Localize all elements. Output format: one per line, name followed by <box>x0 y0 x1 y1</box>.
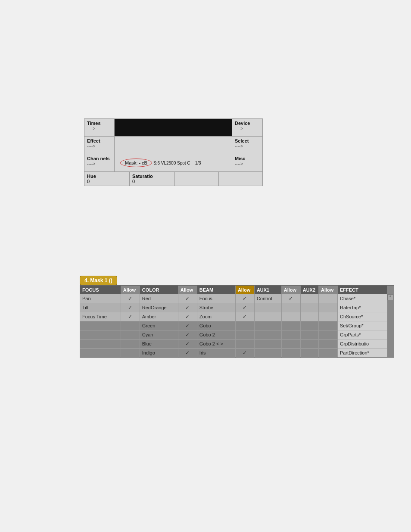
data-cell: Pan <box>80 294 121 303</box>
saturation-label: Saturatio <box>132 174 172 179</box>
data-cell: Focus Time <box>80 312 121 321</box>
data-cell <box>80 321 121 330</box>
table-row: TiltRedOrangeStrobeRate/Tap* <box>80 303 394 312</box>
saturation-cell: Saturatio 0 <box>130 172 175 186</box>
data-cell <box>254 348 281 358</box>
checkmark <box>128 314 132 319</box>
panel-row-4: Hue 0 Saturatio 0 <box>84 172 262 186</box>
data-cell: PartDirection* <box>338 348 387 358</box>
data-cell <box>300 348 318 358</box>
th-allow-4[interactable]: Allow <box>281 286 300 294</box>
empty-check-cell <box>319 303 338 312</box>
select-arrow: ----> <box>235 144 243 149</box>
page-container: Times ----> Device ----> Effect ----> Se… <box>0 0 411 532</box>
table-row: PanRedFocusControlChase* ^ <box>80 294 394 303</box>
data-cell <box>80 330 121 339</box>
check-cell <box>235 348 254 358</box>
data-cell: Iris <box>197 348 235 358</box>
checkmark <box>185 305 190 310</box>
panel-row-1: Times ----> Device ----> <box>84 119 262 137</box>
data-cell <box>254 330 281 339</box>
mask-title: 4. Mask 1 () <box>80 276 117 285</box>
data-cell: Chase* <box>338 294 387 303</box>
black-bar <box>115 119 232 136</box>
mask-table-wrapper: FOCUS Allow COLOR Allow BEAM Allow AUX1 … <box>80 285 394 358</box>
th-allow-5[interactable]: Allow <box>319 286 338 294</box>
th-aux2: AUX2 <box>300 286 318 294</box>
empty-cell-1 <box>175 172 219 186</box>
data-cell <box>254 303 281 312</box>
misc-arrow: ----> <box>235 162 243 166</box>
data-cell: Gobo 2 < > <box>197 339 235 348</box>
gap-cell <box>115 137 232 154</box>
check-cell <box>178 321 197 330</box>
empty-check-cell <box>281 330 300 339</box>
empty-check-cell <box>121 330 140 339</box>
empty-check-cell <box>319 321 338 330</box>
data-cell: Blue <box>140 339 178 348</box>
empty-cell-2 <box>219 172 262 186</box>
checkmark <box>128 305 132 310</box>
empty-check-cell <box>319 330 338 339</box>
effect-cell: Effect ----> <box>84 137 115 154</box>
table-row: CyanGobo 2GrpParts* <box>80 330 394 339</box>
check-cell <box>178 312 197 321</box>
check-cell <box>178 303 197 312</box>
checkmark <box>185 314 190 319</box>
empty-check-cell <box>235 321 254 330</box>
th-beam: BEAM <box>197 286 235 294</box>
times-label: Times <box>87 121 112 126</box>
saturation-value: 0 <box>132 179 172 184</box>
check-cell <box>178 330 197 339</box>
device-arrow: ----> <box>235 126 243 131</box>
data-cell: Focus <box>197 294 235 303</box>
empty-check-cell <box>121 348 140 358</box>
data-cell: GrpParts* <box>338 330 387 339</box>
device-cell: Device ----> <box>232 119 262 136</box>
th-focus: FOCUS <box>80 286 121 294</box>
th-scrollbar <box>387 286 394 294</box>
hue-value: 0 <box>87 179 127 184</box>
checkmark <box>185 350 190 355</box>
check-cell <box>178 339 197 348</box>
data-cell: Indigo <box>140 348 178 358</box>
scrollbar-cell: ^ <box>387 294 394 358</box>
data-cell <box>254 312 281 321</box>
misc-label: Misc <box>235 156 260 161</box>
th-aux1: AUX1 <box>254 286 281 294</box>
data-cell: Red <box>140 294 178 303</box>
mask-device-text: S:6 VL2500 Spot C <box>153 161 190 165</box>
data-cell: GrpDistributio <box>338 339 387 348</box>
scroll-up-button[interactable]: ^ <box>387 294 393 300</box>
checkmark <box>185 296 190 301</box>
channels-arrow: ----> <box>87 162 95 166</box>
data-cell: Green <box>140 321 178 330</box>
empty-check-cell <box>281 321 300 330</box>
effect-label: Effect <box>87 138 112 143</box>
check-cell <box>178 348 197 358</box>
mask-page-info: 1/3 <box>195 161 201 165</box>
times-arrow: ----> <box>87 126 95 131</box>
checkmark <box>185 332 190 337</box>
check-cell <box>121 303 140 312</box>
th-allow-2[interactable]: Allow <box>178 286 197 294</box>
data-cell <box>300 339 318 348</box>
select-cell: Select ----> <box>232 137 262 154</box>
data-cell <box>300 330 318 339</box>
checkmark <box>289 296 293 301</box>
hue-label: Hue <box>87 174 127 179</box>
device-label: Device <box>235 121 260 126</box>
data-cell: Rate/Tap* <box>338 303 387 312</box>
checkmark <box>243 296 247 301</box>
table-header-row: FOCUS Allow COLOR Allow BEAM Allow AUX1 … <box>80 286 394 294</box>
panel-row-2: Effect ----> Select ----> <box>84 137 262 154</box>
th-allow-1[interactable]: Allow <box>121 286 140 294</box>
hue-cell: Hue 0 <box>84 172 130 186</box>
check-cell <box>121 312 140 321</box>
check-cell <box>121 294 140 303</box>
checkmark <box>185 341 190 346</box>
th-allow-3[interactable]: Allow <box>235 286 254 294</box>
mask-device-info: S:6 VL2500 Spot C 1/3 <box>153 161 201 165</box>
table-row: GreenGoboSet/Group* <box>80 321 394 330</box>
check-cell <box>178 294 197 303</box>
